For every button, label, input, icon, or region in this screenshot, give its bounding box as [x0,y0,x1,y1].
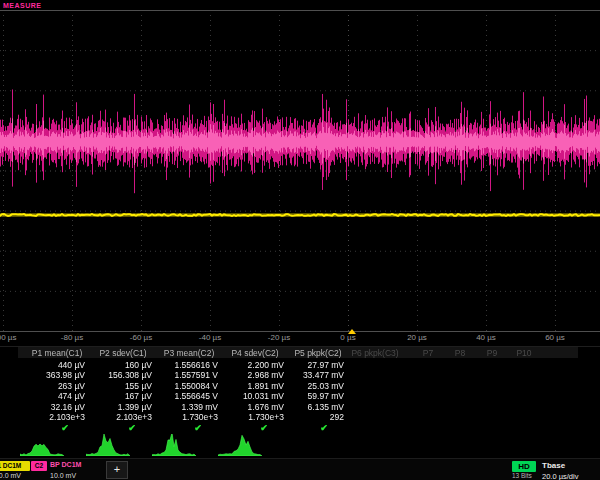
measure-value: 440 µV [23,360,85,370]
measure-value: 59.97 mV [282,391,344,401]
measure-value: 167 µV [90,391,152,401]
measure-value: 27.97 mV [282,360,344,370]
measure-header-p1[interactable]: P1 mean(C1) [32,348,83,358]
measure-value: 2.200 mV [222,360,284,370]
measure-value: 156.308 µV [90,370,152,380]
trigger-time-marker[interactable] [348,329,356,334]
histicon[interactable] [218,434,262,456]
measure-value: 1.399 µV [90,402,152,412]
time-axis-label: 20 µs [407,333,427,342]
measure-value: 292 [282,412,344,422]
time-axis-label: -100 µs [0,333,16,342]
channel-c2-coupling: BP DC1M [50,461,81,468]
measure-value: 1.676 mV [222,402,284,412]
measure-table: P1 mean(C1)P2 sdev(C1)P3 mean(C2)P4 sdev… [22,347,600,435]
descriptor-bar: C1 DC1M 10.0 mV C2 BP DC1M 10.0 mV + HD … [0,458,600,480]
add-trace-button[interactable]: + [106,461,128,479]
measure-value: 33.477 mV [282,370,344,380]
measure-value: 25.03 mV [282,381,344,391]
measure-value: 474 µV [23,391,85,401]
channel-c2-scale: 10.0 mV [50,472,76,479]
measure-value: 1.339 mV [156,402,218,412]
status-check-icon: ✔ [194,423,202,433]
channel-c1-scale: 10.0 mV [0,472,30,479]
time-axis: -100 µs-80 µs-60 µs-40 µs-20 µs0 µs20 µs… [0,333,600,346]
measure-header-p6[interactable]: P6 pkpk(C3) [351,348,398,358]
timebase-scale: 20.0 µs/div [542,472,578,480]
measure-header-p8[interactable]: P8 [455,348,465,358]
measure-value: 263 µV [23,381,85,391]
measure-header-p4[interactable]: P4 sdev(C2) [231,348,278,358]
status-check-icon: ✔ [61,423,69,433]
histicon[interactable] [20,434,64,456]
channel-c1-descriptor[interactable]: C1 DC1M [0,461,30,471]
status-check-icon: ✔ [320,423,328,433]
measure-value: 2.103e+3 [23,412,85,422]
histicon[interactable] [86,434,130,456]
measure-value: 32.16 µV [23,402,85,412]
measure-header-p5[interactable]: P5 pkpk(C2) [294,348,341,358]
measure-header-p3[interactable]: P3 mean(C2) [164,348,215,358]
graticule-area [0,10,600,332]
status-check-icon: ✔ [260,423,268,433]
measure-value: 6.135 mV [282,402,344,412]
channel-c2-descriptor[interactable]: C2 [31,461,47,471]
status-label: MEASURE [3,2,42,9]
time-axis-label: -80 µs [61,333,83,342]
measure-value: 2.968 mV [222,370,284,380]
measure-value: 1.550084 V [156,381,218,391]
time-axis-label: 0 µs [340,333,355,342]
time-axis-label: 60 µs [545,333,565,342]
hd-bits-label: 13 Bits [512,472,532,479]
hd-badge[interactable]: HD [512,461,536,472]
timebase-descriptor[interactable]: Tbase [542,461,565,470]
measure-value: 2.103e+3 [90,412,152,422]
measure-header-p7[interactable]: P7 [423,348,433,358]
measure-value: 1.556645 V [156,391,218,401]
measure-header-p2[interactable]: P2 sdev(C1) [99,348,146,358]
measure-value: 1.557591 V [156,370,218,380]
measure-value: 155 µV [90,381,152,391]
time-axis-label: -60 µs [130,333,152,342]
measure-value: 363.98 µV [23,370,85,380]
measure-value: 1.556616 V [156,360,218,370]
measure-header-p10[interactable]: P10 [516,348,531,358]
measure-value: 1.730e+3 [222,412,284,422]
measure-value: 160 µV [90,360,152,370]
waveform-canvas [0,10,600,332]
oscilloscope-screen: MEASURE -100 µs-80 µs-60 µs-40 µs-20 µs0… [0,0,600,480]
histicon[interactable] [152,434,196,456]
measure-value: 10.031 mV [222,391,284,401]
measure-header-p9[interactable]: P9 [487,348,497,358]
time-axis-label: -40 µs [199,333,221,342]
measure-value: 1.891 mV [222,381,284,391]
status-check-icon: ✔ [128,423,136,433]
time-axis-label: 40 µs [476,333,496,342]
time-axis-label: -20 µs [268,333,290,342]
measure-value: 1.730e+3 [156,412,218,422]
